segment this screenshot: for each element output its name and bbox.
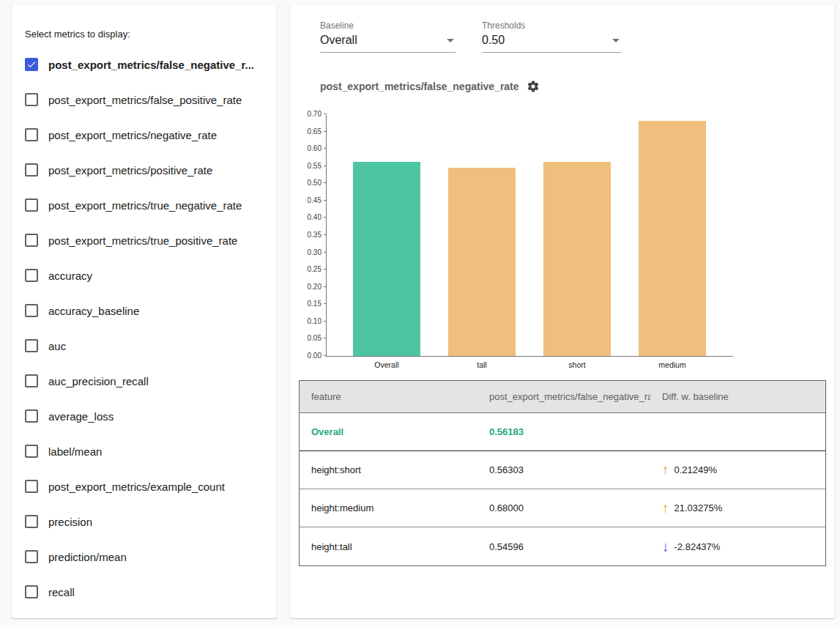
metric-item[interactable]: post_export_metrics/true_negative_rate — [25, 188, 272, 223]
x-axis-tick-label: short — [533, 360, 621, 369]
y-axis-tick-label: 0.35 — [297, 231, 321, 240]
metric-item[interactable]: post_export_metrics/true_positive_rate — [25, 223, 272, 258]
feature-cell: height:medium — [300, 502, 477, 513]
baseline-select-value: Overall — [320, 34, 357, 47]
y-axis-tick — [324, 252, 327, 253]
checkbox-unchecked-icon[interactable] — [25, 163, 38, 177]
y-axis-tick-label: 0.50 — [297, 179, 321, 188]
y-axis-tick-label: 0.30 — [297, 248, 321, 257]
down-arrow-icon: ↓ — [662, 540, 669, 554]
x-axis-tick-label: medium — [628, 360, 716, 369]
thresholds-select-value: 0.50 — [482, 34, 505, 47]
checkbox-unchecked-icon[interactable] — [25, 515, 38, 528]
checkbox-unchecked-icon[interactable] — [25, 339, 38, 352]
up-arrow-icon: ↑ — [662, 463, 669, 477]
y-axis-tick — [324, 303, 327, 304]
metric-label: accuracy_baseline — [48, 305, 139, 317]
diff-cell: ↑0.21249% — [650, 463, 825, 477]
metric-item[interactable]: post_export_metrics/example_count — [25, 469, 272, 504]
checkbox-unchecked-icon[interactable] — [25, 480, 38, 493]
table-row[interactable]: Overall0.56183 — [300, 413, 825, 451]
feature-cell: height:short — [300, 464, 477, 475]
checkbox-unchecked-icon[interactable] — [25, 199, 38, 212]
metric-label: auc — [48, 340, 66, 352]
bar-tall[interactable] — [448, 168, 516, 356]
checkbox-unchecked-icon[interactable] — [25, 409, 38, 423]
baseline-select[interactable]: Baseline Overall — [320, 21, 456, 53]
baseline-select-label: Baseline — [320, 21, 456, 31]
checkbox-unchecked-icon[interactable] — [25, 304, 38, 317]
metric-item[interactable]: accuracy — [25, 258, 272, 293]
y-axis-tick-label: 0.65 — [297, 127, 321, 136]
y-axis-tick — [324, 148, 327, 149]
diff-value: 0.21249% — [674, 464, 718, 475]
metric-item[interactable]: post_export_metrics/positive_rate — [25, 152, 272, 188]
bar-medium[interactable] — [639, 121, 706, 356]
y-axis-tick-label: 0.45 — [297, 196, 321, 205]
y-axis-tick — [324, 217, 327, 218]
col-header-feature: feature — [300, 391, 477, 402]
y-axis-tick-label: 0.05 — [297, 334, 321, 343]
metric-item[interactable]: average_loss — [25, 398, 272, 434]
y-axis-tick-label: 0.00 — [297, 352, 321, 360]
y-axis-tick-label: 0.60 — [297, 144, 321, 153]
settings-gear-icon[interactable] — [527, 80, 540, 93]
dropdown-arrow-icon[interactable] — [447, 39, 454, 42]
checkbox-unchecked-icon[interactable] — [25, 234, 38, 247]
checkbox-unchecked-icon[interactable] — [25, 374, 38, 387]
metric-item[interactable]: post_export_metrics/false_negative_r... — [25, 47, 272, 82]
metric-item[interactable]: post_export_metrics/negative_rate — [25, 117, 272, 152]
checkbox-checked-icon[interactable] — [25, 58, 38, 71]
metric-item[interactable]: precision — [25, 504, 272, 539]
metric-label: post_export_metrics/true_positive_rate — [48, 234, 237, 247]
metric-item[interactable]: accuracy_baseline — [25, 293, 272, 328]
metric-value-cell: 0.56183 — [477, 426, 650, 437]
metric-label: recall — [48, 586, 75, 598]
x-axis-tick-label: Overall — [343, 360, 431, 369]
metrics-list: post_export_metrics/false_negative_r...p… — [25, 47, 272, 609]
metric-label: accuracy — [48, 270, 92, 282]
table-row[interactable]: height:short0.56303↑0.21249% — [300, 451, 825, 489]
table-row[interactable]: height:tall0.54596↓-2.82437% — [300, 527, 825, 565]
metric-label: average_loss — [48, 410, 114, 423]
thresholds-select[interactable]: Thresholds 0.50 — [482, 21, 621, 53]
metric-item[interactable]: auc — [25, 328, 272, 363]
checkbox-unchecked-icon[interactable] — [25, 550, 38, 563]
y-axis-tick-label: 0.10 — [297, 317, 321, 326]
metric-label: post_export_metrics/true_negative_rate — [48, 199, 242, 212]
dropdown-arrow-icon[interactable] — [612, 39, 620, 42]
diff-value: -2.82437% — [674, 541, 721, 552]
metric-item[interactable]: prediction/mean — [25, 539, 272, 574]
up-arrow-icon: ↑ — [662, 501, 669, 515]
checkbox-unchecked-icon[interactable] — [25, 585, 38, 598]
y-axis-tick — [324, 355, 327, 356]
bar-chart-plot: 0.000.050.100.150.200.250.300.350.400.45… — [326, 115, 733, 357]
checkbox-unchecked-icon[interactable] — [25, 93, 38, 106]
checkbox-unchecked-icon[interactable] — [25, 445, 38, 458]
x-axis-tick-label: tall — [438, 360, 526, 369]
checkbox-unchecked-icon[interactable] — [25, 128, 38, 141]
metric-label: post_export_metrics/false_negative_r... — [48, 59, 254, 71]
table-row[interactable]: height:medium0.68000↑21.03275% — [300, 489, 825, 527]
y-axis-tick — [324, 269, 327, 270]
bar-short[interactable] — [543, 162, 611, 356]
metric-label: auc_precision_recall — [48, 375, 149, 387]
y-axis-tick-label: 0.20 — [297, 283, 321, 292]
metric-item[interactable]: auc_precision_recall — [25, 363, 272, 398]
y-axis-tick — [324, 321, 327, 322]
feature-cell: height:tall — [300, 541, 477, 552]
y-axis-tick-label: 0.70 — [297, 110, 321, 119]
metrics-panel-title: Select metrics to display: — [25, 29, 130, 40]
metric-label: prediction/mean — [48, 551, 127, 563]
bar-Overall[interactable] — [353, 162, 420, 356]
metric-item[interactable]: post_export_metrics/false_positive_rate — [25, 82, 272, 117]
metric-item[interactable]: recall — [25, 574, 272, 609]
metric-item[interactable]: label/mean — [25, 434, 272, 469]
feature-cell: Overall — [300, 426, 477, 437]
y-axis-tick — [324, 182, 327, 183]
thresholds-select-label: Thresholds — [482, 21, 621, 31]
checkbox-unchecked-icon[interactable] — [25, 269, 38, 282]
diff-cell: ↑21.03275% — [650, 501, 825, 515]
metric-label: post_export_metrics/example_count — [48, 481, 225, 493]
diff-value: 21.03275% — [674, 502, 723, 513]
